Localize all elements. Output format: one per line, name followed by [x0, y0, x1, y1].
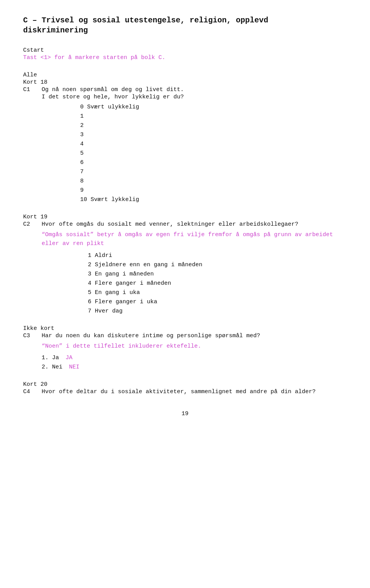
c4-kort-label: Kort 20 [23, 381, 47, 388]
title-line2: diskriminering [23, 26, 88, 35]
cstart-block: Cstart Tast <1> for å markere starten på… [23, 47, 347, 61]
c3-options: 1. Ja JA 2. Nei NEI [42, 353, 260, 372]
c2-option-7: 7 Hver dag [88, 307, 347, 316]
c1-option-2: 2 [80, 121, 184, 130]
c1-option-6: 6 [80, 158, 184, 167]
cstart-instruction: Tast <1> for å markere starten på bolk C… [23, 54, 347, 61]
page-title: C – Trivsel og sosial utestengelse, reli… [23, 15, 347, 35]
c3-nei-label: NEI [69, 364, 79, 370]
c1-option-4: 4 [80, 140, 184, 149]
c4-code: C4 [23, 389, 39, 395]
c4-question: Hvor ofte deltar du i sosiale aktivitete… [42, 389, 347, 395]
c1-block: Alle Kort 18 C1 Og nå noen spørsmål om d… [23, 72, 347, 204]
c1-options: 0 Svært ulykkelig 1 2 3 4 5 6 7 8 9 10 S… [80, 103, 184, 204]
cstart-label: Cstart [23, 47, 347, 54]
title-line1: C – Trivsel og sosial utestengelse, reli… [23, 16, 268, 25]
c1-option-10: 10 Svært lykkelig [80, 195, 184, 204]
c3-block: Ikke kort C3 Har du noen du kan diskuter… [23, 325, 347, 372]
c2-option-1: 1 Aldri [88, 251, 347, 260]
c1-alle-label: Alle [23, 72, 54, 78]
c3-instruction: “Noen” i dette tilfellet inkluderer ekte… [42, 342, 260, 351]
c2-block: Kort 19 C2 Hvor ofte omgås du sosialt me… [23, 214, 347, 316]
c1-sub-question: I det store og hele, hvor lykkelig er du… [42, 94, 184, 100]
c3-option-ja: 1. Ja JA [42, 353, 260, 363]
c1-option-5: 5 [80, 149, 184, 158]
c3-ikke-kort-label: Ikke kort [23, 325, 54, 332]
page-number: 19 [23, 411, 347, 417]
c2-question: Hvor ofte omgås du sosialt med venner, s… [42, 221, 347, 228]
c4-block: Kort 20 C4 Hvor ofte deltar du i sosiale… [23, 381, 347, 395]
c1-question: Og nå noen spørsmål om deg og livet ditt… [42, 86, 184, 93]
c1-option-9: 9 [80, 186, 184, 195]
c2-options: 1 Aldri 2 Sjeldnere enn en gang i månede… [88, 251, 347, 316]
c2-option-2: 2 Sjeldnere enn en gang i måneden [88, 260, 347, 270]
c3-question: Har du noen du kan diskutere intime og p… [42, 333, 260, 339]
c1-option-3: 3 [80, 130, 184, 140]
c2-option-5: 5 En gang i uka [88, 288, 347, 297]
c3-code: C3 [23, 333, 39, 339]
c1-option-8: 8 [80, 177, 184, 186]
c2-option-6: 6 Flere ganger i uka [88, 297, 347, 307]
c3-ja-label: JA [66, 355, 72, 361]
c3-option-nei: 2. Nei NEI [42, 363, 260, 372]
c1-option-0: 0 Svært ulykkelig [80, 103, 184, 112]
c1-code: C1 [23, 86, 39, 93]
c1-option-7: 7 [80, 167, 184, 177]
c2-instruction: “Omgås sosialt” betyr å omgås av egen fr… [42, 231, 347, 248]
c2-code: C2 [23, 221, 39, 228]
c2-option-3: 3 En gang i måneden [88, 270, 347, 279]
c2-kort-label: Kort 19 [23, 214, 47, 220]
c1-kort-label: Kort 18 [23, 79, 54, 86]
c1-option-1: 1 [80, 112, 184, 121]
c2-option-4: 4 Flere ganger i måneden [88, 279, 347, 288]
